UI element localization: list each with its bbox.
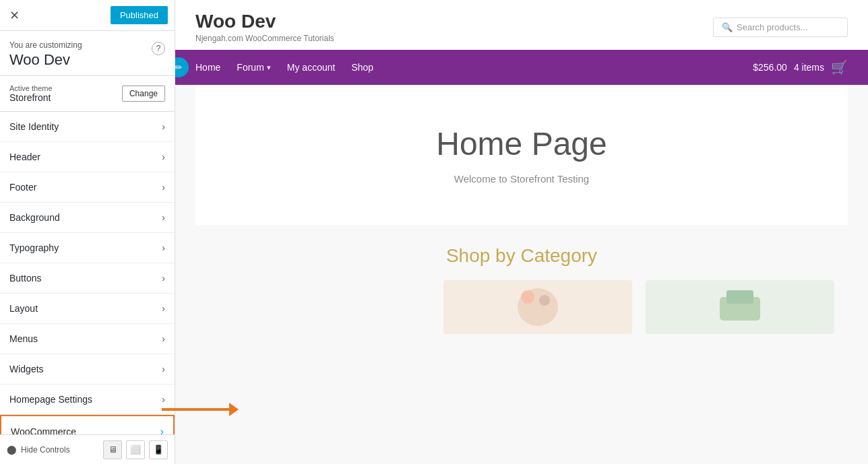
published-button[interactable]: Published: [111, 6, 168, 24]
chevron-right-icon: ›: [162, 121, 165, 132]
customizing-label: You are customizing: [9, 40, 82, 50]
nav-link-my-account[interactable]: My account: [287, 62, 336, 73]
hero-subtitle: Welcome to Storefront Testing: [209, 173, 834, 185]
category-title: Shop by Category: [209, 245, 834, 267]
chevron-right-icon: ›: [162, 273, 165, 284]
nav-links: HomeForum ▾My accountShop: [195, 62, 373, 73]
hide-controls-icon: ⬤: [7, 444, 17, 455]
search-icon: 🔍: [722, 22, 733, 32]
sidebar-item-label: Background: [9, 212, 60, 223]
nav-link-forum[interactable]: Forum ▾: [237, 62, 270, 73]
mobile-view-button[interactable]: 📱: [149, 440, 168, 459]
change-theme-button[interactable]: Change: [122, 86, 165, 102]
chevron-right-icon: ›: [162, 152, 165, 162]
view-icons: 🖥 ⬜ 📱: [103, 440, 168, 459]
sidebar-item-site-identity[interactable]: Site Identity›: [0, 112, 175, 142]
customizing-info: You are customizing Woo Dev: [9, 40, 82, 69]
category-image-2: [646, 280, 834, 334]
store-nav: ✏ HomeForum ▾My accountShop $256.00 4 it…: [175, 50, 868, 85]
svg-point-2: [539, 295, 550, 306]
sidebar-item-label: Header: [9, 152, 40, 162]
sidebar-item-layout[interactable]: Layout›: [0, 294, 175, 324]
store-content: Home Page Welcome to Storefront Testing …: [175, 85, 868, 464]
sidebar-item-label: Typography: [9, 242, 59, 253]
help-icon[interactable]: ?: [152, 42, 165, 55]
preview-area: Woo Dev Njengah.com WooCommerce Tutorial…: [175, 0, 868, 464]
category-image-1: [443, 280, 632, 334]
nav-link-shop[interactable]: Shop: [351, 62, 373, 73]
sidebar-item-widgets[interactable]: Widgets›: [0, 354, 175, 385]
cart-items-count: 4 items: [794, 62, 824, 73]
edit-nav-button[interactable]: ✏: [175, 57, 189, 77]
active-theme-label: Active theme: [9, 84, 53, 92]
active-theme-name: Storefront: [9, 92, 53, 103]
hero-section: Home Page Welcome to Storefront Testing: [195, 85, 848, 225]
sidebar-top-bar: ✕ Published: [0, 0, 175, 31]
store-title: Woo Dev: [195, 11, 334, 32]
nav-link-home[interactable]: Home: [195, 62, 220, 73]
sidebar-item-typography[interactable]: Typography›: [0, 233, 175, 263]
hide-controls-button[interactable]: ⬤ Hide Controls: [7, 444, 70, 455]
chevron-right-icon: ›: [162, 242, 165, 253]
chevron-right-icon: ›: [162, 394, 165, 405]
search-bar[interactable]: 🔍 Search products...: [713, 18, 848, 37]
sidebar-item-label: Site Identity: [9, 121, 59, 132]
store-header: Woo Dev Njengah.com WooCommerce Tutorial…: [175, 0, 868, 50]
customizing-title: Woo Dev: [9, 51, 82, 69]
customizing-section: You are customizing Woo Dev ?: [0, 31, 175, 76]
dropdown-arrow-icon: ▾: [267, 63, 271, 72]
chevron-right-icon: ›: [162, 364, 165, 374]
sidebar-item-label: Homepage Settings: [9, 394, 92, 405]
hide-controls-label: Hide Controls: [21, 445, 70, 455]
sidebar-item-background[interactable]: Background›: [0, 203, 175, 233]
active-theme-info: Active theme Storefront: [9, 84, 53, 103]
sidebar-item-label: WooCommerce: [11, 426, 76, 434]
sidebar-item-header[interactable]: Header›: [0, 142, 175, 172]
sidebar-item-homepage-settings[interactable]: Homepage Settings›: [0, 385, 175, 415]
store-subtitle: Njengah.com WooCommerce Tutorials: [195, 34, 334, 43]
sidebar-item-label: Layout: [9, 303, 38, 314]
sidebar-bottom-bar: ⬤ Hide Controls 🖥 ⬜ 📱: [0, 434, 175, 464]
store-branding: Woo Dev Njengah.com WooCommerce Tutorial…: [195, 11, 334, 43]
pencil-icon: ✏: [175, 62, 183, 73]
active-theme-section: Active theme Storefront Change: [0, 76, 175, 112]
nav-list: Site Identity›Header›Footer›Background›T…: [0, 112, 175, 434]
cart-amount: $256.00: [753, 62, 787, 73]
preview-frame: Woo Dev Njengah.com WooCommerce Tutorial…: [175, 0, 868, 464]
chevron-right-icon: ›: [162, 212, 165, 223]
chevron-right-icon: ›: [162, 333, 165, 344]
sidebar-item-woocommerce[interactable]: WooCommerce›: [0, 415, 175, 434]
sidebar-item-label: Menus: [9, 333, 38, 344]
chevron-right-icon: ›: [162, 182, 165, 193]
sidebar-item-menus[interactable]: Menus›: [0, 324, 175, 354]
sidebar-item-label: Footer: [9, 182, 36, 193]
chevron-right-icon: ›: [162, 303, 165, 314]
tablet-view-button[interactable]: ⬜: [126, 440, 145, 459]
close-button[interactable]: ✕: [7, 5, 22, 26]
desktop-view-button[interactable]: 🖥: [103, 440, 122, 459]
customizer-sidebar: ✕ Published You are customizing Woo Dev …: [0, 0, 175, 464]
category-section: Shop by Category: [175, 225, 868, 341]
chevron-right-icon: ›: [160, 426, 164, 434]
category-images: [209, 280, 834, 334]
sidebar-item-label: Buttons: [9, 273, 41, 284]
search-placeholder-text: Search products...: [737, 22, 808, 32]
sidebar-item-buttons[interactable]: Buttons›: [0, 263, 175, 294]
hero-title: Home Page: [209, 125, 834, 162]
sidebar-item-label: Widgets: [9, 364, 44, 374]
svg-rect-4: [726, 290, 753, 304]
svg-point-1: [521, 290, 534, 304]
cart-icon: 🛒: [831, 59, 848, 75]
cart-section[interactable]: $256.00 4 items 🛒: [753, 59, 848, 75]
sidebar-item-footer[interactable]: Footer›: [0, 172, 175, 203]
